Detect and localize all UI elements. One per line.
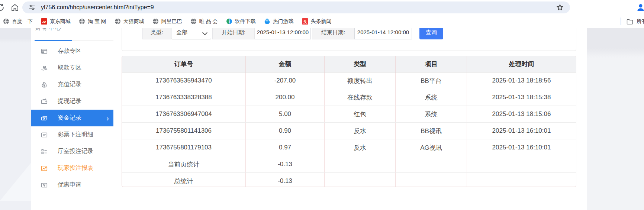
- sidebar-item-1[interactable]: 存款专区: [31, 43, 113, 59]
- table-row: 17367633069470045.00红包系统2025-01-13 18:15…: [122, 106, 576, 123]
- svg-text:JD: JD: [42, 20, 46, 23]
- type-select-value: 全部: [176, 29, 187, 35]
- table-row: 1736763338328388200.00在线存款系统2025-01-13 1…: [122, 89, 576, 106]
- main-content: 类型: 全部 开始日期: 2025-01-13 12:00:00 结束日期: 2…: [113, 28, 587, 210]
- table-body: 1736763535943470-207.00额度转出BB平台2025-01-1…: [122, 72, 576, 187]
- table-cell: 反水: [325, 139, 396, 156]
- site-settings-icon[interactable]: [28, 4, 36, 11]
- table-cell: AG视讯: [396, 139, 467, 156]
- all-bookmarks-folder[interactable]: 所有书签: [626, 17, 644, 26]
- sidebar-item-5[interactable]: 资金记录: [31, 110, 113, 126]
- records-table: 订单号金额类型项目处理时间 1736763535943470-207.00额度转…: [122, 56, 576, 187]
- table-row: 1736763535943470-207.00额度转出BB平台2025-01-1…: [122, 72, 576, 89]
- table-cell: 总统计: [122, 173, 246, 187]
- table-row: 17367558011791030.97反水AG视讯2025-01-13 16:…: [122, 139, 576, 156]
- table-cell: 2025-01-13 16:10:01: [467, 139, 576, 156]
- sidebar-tab-finance-center[interactable]: 财务中心: [35, 28, 80, 33]
- sidebar-item-2[interactable]: 取款专区: [31, 59, 113, 76]
- table-header-cell: 订单号: [122, 56, 246, 72]
- bookmark-item[interactable]: 百度一下: [3, 18, 33, 25]
- bookmark-item[interactable]: JD 京东商城: [41, 18, 71, 25]
- chevron-down-icon: [202, 30, 207, 35]
- folder-icon: [626, 18, 634, 25]
- search-button[interactable]: 查询: [419, 28, 443, 39]
- end-date-input[interactable]: 2025-01-14 12:00:00: [354, 28, 412, 39]
- page-right-gutter: [587, 28, 644, 210]
- table-cell: 1736763535943470: [122, 72, 246, 89]
- url-bar[interactable]: yl756.com/hhcp/usercenter.html?iniType=9: [22, 1, 570, 13]
- table-cell: 当前页统计: [122, 156, 246, 172]
- sidebar: 财务中心 存款专区 取款专区 充值记录 提现记录 资金记录 彩票下注明细 厅室投…: [31, 28, 114, 210]
- report-icon: [41, 165, 48, 172]
- table-header-cell: 金额: [246, 56, 325, 72]
- funds-icon: [41, 115, 48, 122]
- sidebar-item-6[interactable]: 彩票下注明细: [31, 126, 113, 143]
- promo-icon: [41, 182, 48, 188]
- table-cell: 红包: [325, 106, 396, 122]
- browser-toolbar: yl756.com/hhcp/usercenter.html?iniType=9: [0, 0, 644, 15]
- table-header-cell: 项目: [396, 56, 467, 72]
- bookmarks-bar: 百度一下 JD 京东商城 淘 宝 网 天猫商城 阿里巴巴 唯 品 会 软件下载 …: [0, 15, 644, 28]
- table-cell: BB视讯: [396, 123, 467, 139]
- table-header-row: 订单号金额类型项目处理时间: [122, 56, 576, 72]
- table-cell: 2025-01-13 16:10:01: [467, 123, 576, 139]
- url-text: yl756.com/hhcp/usercenter.html?iniType=9: [41, 1, 154, 13]
- bookmarks-list: 百度一下 JD 京东商城 淘 宝 网 天猫商城 阿里巴巴 唯 品 会 软件下载 …: [3, 15, 332, 28]
- svg-text:头: 头: [303, 20, 307, 24]
- table-row: 总统计-0.13: [122, 173, 576, 187]
- table-cell: 2025-01-13 18:18:56: [467, 72, 576, 89]
- toutiao-icon: 头: [302, 18, 308, 25]
- cashout-icon: [41, 98, 48, 105]
- start-date-label: 开始日期:: [212, 28, 255, 39]
- sidebar-item-4[interactable]: 提现记录: [31, 93, 113, 110]
- game-icon: [264, 18, 270, 25]
- table-cell: [325, 173, 396, 187]
- bookmark-item[interactable]: 天猫商城: [115, 18, 144, 25]
- jd-icon: JD: [41, 18, 47, 25]
- table-cell: 5.00: [246, 106, 325, 122]
- home-icon[interactable]: [10, 3, 19, 12]
- bookmarks-divider: [621, 17, 621, 25]
- sidebar-item-3[interactable]: 充值记录: [31, 76, 113, 93]
- table-cell: [396, 173, 467, 187]
- table-cell: 系统: [396, 106, 467, 122]
- lottery-icon: [41, 132, 48, 138]
- table-cell: 1736755801179103: [122, 139, 246, 156]
- table-cell: [467, 173, 576, 187]
- table-cell: 额度转出: [325, 72, 396, 89]
- sidebar-menu: 存款专区 取款专区 充值记录 提现记录 资金记录 彩票下注明细 厅室投注记录 玩…: [31, 43, 113, 193]
- sidebar-item-8[interactable]: 玩家投注报表: [31, 160, 113, 177]
- bookmark-item[interactable]: 热门游戏: [264, 18, 294, 25]
- type-select[interactable]: 全部: [171, 28, 211, 39]
- bookmark-item[interactable]: 软件下载: [226, 18, 256, 25]
- soft-icon: [226, 18, 232, 25]
- table-cell: 0.90: [246, 123, 325, 139]
- globe-icon: [79, 18, 85, 25]
- table-cell: 系统: [396, 89, 467, 106]
- tab-underline-track: [72, 41, 113, 41]
- bookmark-item[interactable]: 阿里巴巴: [152, 18, 182, 25]
- page-left-gutter: [0, 28, 31, 210]
- bookmark-item[interactable]: 淘 宝 网: [79, 18, 106, 25]
- globe-icon: [190, 18, 197, 25]
- table-cell: 在线存款: [325, 89, 396, 106]
- deposit-icon: [41, 48, 48, 55]
- globe-icon: [152, 18, 159, 25]
- start-date-input[interactable]: 2025-01-13 12:00:00: [255, 28, 311, 39]
- decorative-triangle: [0, 136, 31, 201]
- bookmark-item[interactable]: 唯 品 会: [190, 18, 218, 25]
- chevron-right-icon: [106, 114, 109, 122]
- sidebar-item-7[interactable]: 厅室投注记录: [31, 143, 113, 160]
- filter-row: 类型: 全部 开始日期: 2025-01-13 12:00:00 结束日期: 2…: [142, 28, 443, 39]
- reload-icon[interactable]: [0, 3, 5, 12]
- table-header-cell: 类型: [325, 56, 396, 72]
- withdraw-icon: [41, 65, 48, 71]
- table-cell: 反水: [325, 123, 396, 139]
- bookmark-star-icon[interactable]: [556, 3, 564, 12]
- table-cell: 2025-01-13 18:15:06: [467, 106, 576, 122]
- filter-panel: 类型: 全部 开始日期: 2025-01-13 12:00:00 结束日期: 2…: [122, 28, 576, 51]
- table-header-cell: 处理时间: [467, 56, 576, 72]
- bookmark-item[interactable]: 头 头条新闻: [302, 18, 332, 25]
- sidebar-item-9[interactable]: 优惠申请: [31, 177, 113, 193]
- profile-avatar-icon[interactable]: [636, 3, 644, 12]
